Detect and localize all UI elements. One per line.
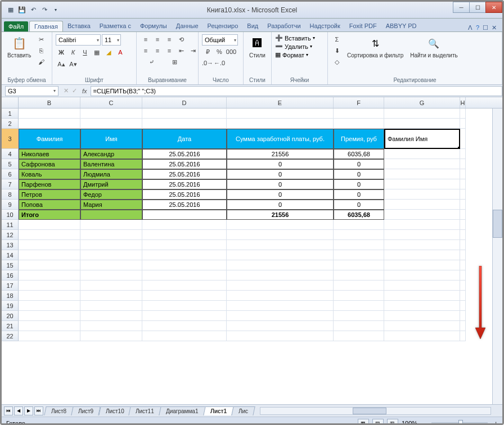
border-button[interactable]: ▦	[91, 47, 102, 57]
cell-F7[interactable]: 0	[334, 179, 384, 189]
header-E[interactable]: Сумма заработной платы, руб.	[227, 129, 334, 149]
zoom-in-button[interactable]: +	[494, 420, 498, 426]
orientation-icon[interactable]: ⟲	[176, 34, 187, 44]
underline-button[interactable]: Ч	[79, 47, 91, 57]
cell-D15[interactable]	[142, 260, 227, 270]
cell-D17[interactable]	[142, 281, 227, 291]
zoom-level[interactable]: 100%	[402, 420, 417, 426]
column-header-E[interactable]: E	[227, 97, 334, 108]
row-header-5[interactable]: 5	[2, 159, 19, 169]
enter-formula-icon[interactable]: ✓	[70, 87, 79, 94]
cell-D7[interactable]: 25.05.2016	[142, 179, 227, 189]
zoom-slider[interactable]	[431, 422, 488, 424]
cell-F22[interactable]	[334, 331, 384, 341]
cell-G15[interactable]	[384, 260, 460, 270]
row-header-4[interactable]: 4	[2, 149, 19, 159]
cell-F6[interactable]: 0	[334, 169, 384, 179]
view-pagebreak-icon[interactable]: ▥	[387, 419, 398, 426]
cell-C12[interactable]	[80, 230, 142, 240]
cell-B5[interactable]: Сафронова	[19, 159, 80, 169]
cell-F9[interactable]: 0	[334, 200, 384, 210]
cell-D21[interactable]	[142, 321, 227, 331]
cell-H10[interactable]	[460, 210, 466, 220]
cell-C6[interactable]: Людмила	[80, 169, 142, 179]
row-header-10[interactable]: 10	[2, 210, 19, 220]
row-header-1[interactable]: 1	[2, 108, 19, 119]
align-top-icon[interactable]: ≡	[140, 34, 151, 44]
cell-E12[interactable]	[227, 230, 334, 240]
cell-G14[interactable]	[384, 250, 460, 260]
cell-C7[interactable]: Дмитрий	[80, 179, 142, 189]
cell-H9[interactable]	[460, 200, 466, 210]
cell-G4[interactable]	[384, 149, 460, 159]
cell-C14[interactable]	[80, 250, 142, 260]
row-header-2[interactable]: 2	[2, 119, 19, 129]
autosum-icon[interactable]: Σ	[331, 34, 343, 44]
cell-B6[interactable]: Коваль	[19, 169, 80, 179]
cell-C13[interactable]	[80, 240, 142, 250]
row-header-17[interactable]: 17	[2, 281, 19, 291]
cell-C20[interactable]	[80, 311, 142, 321]
cell-B1[interactable]	[19, 108, 80, 119]
cell-H4[interactable]	[460, 149, 466, 159]
cell-F20[interactable]	[334, 311, 384, 321]
cell-G21[interactable]	[384, 321, 460, 331]
row-header-14[interactable]: 14	[2, 250, 19, 260]
cell-G16[interactable]	[384, 270, 460, 281]
align-center-icon[interactable]: ≡	[152, 46, 163, 56]
decrease-decimal-icon[interactable]: ←.0	[214, 58, 225, 68]
sheet-nav-next[interactable]: ▶	[24, 406, 33, 415]
tab-формулы[interactable]: Формулы	[136, 21, 172, 31]
number-format-combo[interactable]: Общий	[202, 34, 238, 46]
cell-F15[interactable]	[334, 260, 384, 270]
cell-E10[interactable]: 21556	[227, 210, 334, 220]
redo-icon[interactable]: ↷	[40, 6, 49, 15]
cell-D13[interactable]	[142, 240, 227, 250]
bold-button[interactable]: Ж	[56, 47, 67, 57]
cell-B10[interactable]: Итого	[19, 210, 80, 220]
cell-F13[interactable]	[334, 240, 384, 250]
cell-H7[interactable]	[460, 179, 466, 189]
format-cells-button[interactable]: ▦Формат▾	[275, 51, 308, 58]
align-right-icon[interactable]: ≡	[164, 46, 175, 56]
cell-E14[interactable]	[227, 250, 334, 260]
cell-C16[interactable]	[80, 270, 142, 281]
cell-H8[interactable]	[460, 189, 466, 200]
cell-F19[interactable]	[334, 301, 384, 311]
cell-C17[interactable]	[80, 281, 142, 291]
cell-C11[interactable]	[80, 220, 142, 230]
cell-E2[interactable]	[227, 119, 334, 129]
cell-G3-selected[interactable]: Фамилия Имя	[384, 129, 460, 149]
cell-H18[interactable]	[460, 291, 466, 301]
format-painter-icon[interactable]: 🖌	[35, 57, 47, 67]
row-header-8[interactable]: 8	[2, 189, 19, 200]
cell-E20[interactable]	[227, 311, 334, 321]
header-F[interactable]: Премия, руб	[334, 129, 384, 149]
cell-G8[interactable]	[384, 189, 460, 200]
cell-E5[interactable]: 0	[227, 159, 334, 169]
align-left-icon[interactable]: ≡	[140, 46, 151, 56]
cell-F21[interactable]	[334, 321, 384, 331]
cell-C10[interactable]	[80, 210, 142, 220]
cell-G10[interactable]	[384, 210, 460, 220]
qat-dropdown-icon[interactable]: ▾	[51, 6, 60, 15]
copy-icon[interactable]: ⎘	[35, 46, 47, 56]
cell-E21[interactable]	[227, 321, 334, 331]
tab-рецензиро[interactable]: Рецензиро	[203, 21, 243, 31]
cell-H1[interactable]	[460, 108, 466, 119]
align-middle-icon[interactable]: ≡	[152, 34, 163, 44]
sheet-tab-Лист11[interactable]: Лист11	[129, 406, 161, 415]
cell-H16[interactable]	[460, 270, 466, 281]
tab-abbyy pd[interactable]: ABBYY PD	[381, 21, 421, 31]
cell-H15[interactable]	[460, 260, 466, 270]
cell-F11[interactable]	[334, 220, 384, 230]
cell-D14[interactable]	[142, 250, 227, 260]
cell-H20[interactable]	[460, 311, 466, 321]
zoom-out-button[interactable]: −	[421, 420, 424, 426]
cell-G5[interactable]	[384, 159, 460, 169]
tab-вставка[interactable]: Вставка	[63, 21, 95, 31]
delete-cells-button[interactable]: ➖Удалить▾	[275, 43, 312, 50]
cell-E7[interactable]: 0	[227, 179, 334, 189]
row-header-19[interactable]: 19	[2, 301, 19, 311]
sheet-tab-Лист9[interactable]: Лист9	[71, 406, 101, 415]
